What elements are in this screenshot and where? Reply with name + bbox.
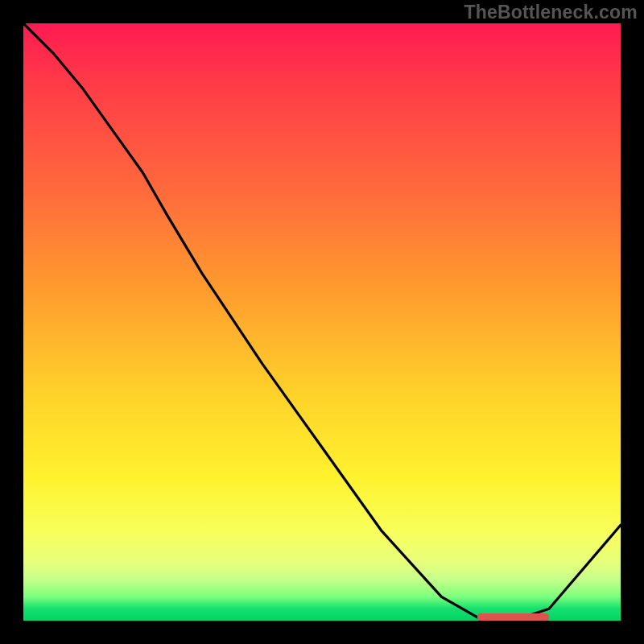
optimal-band-marker	[477, 613, 549, 621]
chart-area	[23, 23, 621, 621]
chart-overlay	[23, 23, 621, 621]
watermark-text: TheBottleneck.com	[464, 2, 638, 23]
curve-line	[23, 23, 621, 621]
